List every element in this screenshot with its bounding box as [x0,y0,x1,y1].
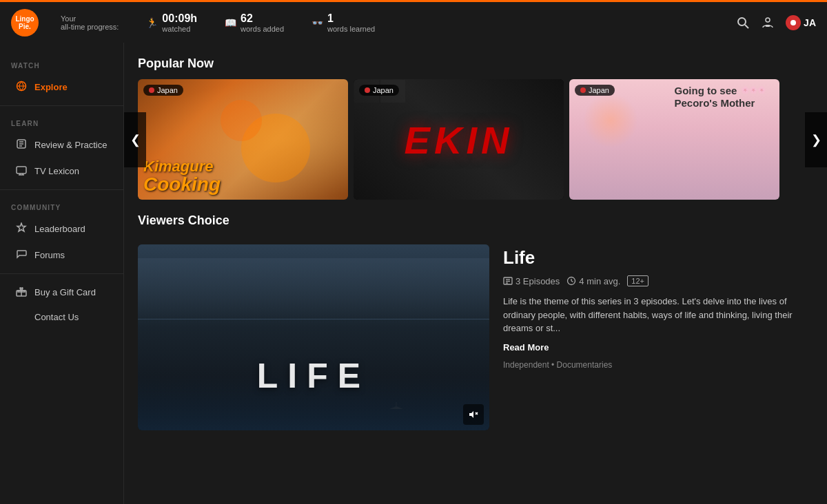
content-rating: 12+ [627,275,649,286]
sidebar-item-explore[interactable]: Explore [4,74,119,100]
svg-point-0 [738,18,746,25]
sidebar-item-leaderboard[interactable]: Leaderboard [4,216,119,242]
logo-mark[interactable]: Lingo Pie. [11,9,39,36]
show-card-pecoro[interactable]: 🌸🌸🌸 Japan Going to see Pecoro's Mother [569,79,779,200]
show-card-ekin[interactable]: EKIN Japan [354,79,564,200]
sidebar-item-label-leaderboard: Leaderboard [34,224,85,234]
life-description: Life is the theme of this series in 3 ep… [503,295,813,335]
svg-line-26 [571,281,573,282]
card-country-pecoro: Japan [589,86,609,94]
sidebar-section-community: COMMUNITY [0,196,123,216]
stat-words-learned: 👓 1 words learned [312,12,375,33]
sidebar-item-label-contact: Contact Us [34,312,79,322]
words-learned-label: words learned [327,25,375,33]
sidebar-item-buy-gift[interactable]: Buy a Gift Card [4,280,119,305]
user-initials: JA [804,17,816,28]
watch-label: watched [162,25,197,33]
read-more-button[interactable]: Read More [503,342,549,353]
card-badge-ekin: Japan [359,85,399,96]
life-title: Life [503,247,813,269]
sidebar-item-contact[interactable]: Contact Us [4,306,119,328]
card-title-kimagure-2: Cooking [143,175,343,194]
card-country-kimagure: Japan [157,86,178,94]
sidebar: WATCH Explore LEARN Review & Practice [0,43,124,504]
life-thumbnail[interactable]: LIFE [138,244,489,430]
carousel-track: Japan Kimagure Cooking EKIN [124,79,827,200]
topbar: Lingo Pie. Your all-time progress: 🏃 00:… [0,0,827,43]
main-content: Popular Now ❮ Japan Kimagure Co [124,43,827,504]
viewers-choice-title: Viewers Choice [138,213,813,236]
sidebar-item-label-buy-gift: Buy a Gift Card [34,287,96,297]
japan-dot-1 [149,87,154,93]
forums-icon [15,249,28,262]
settings-button[interactable] [761,16,775,30]
viewers-choice-grid: LIFE Life [138,244,813,430]
sidebar-item-label-review: Review & Practice [34,140,107,150]
sidebar-section-watch: WATCH [0,54,123,74]
words-learned-icon: 👓 [312,17,323,28]
japan-dot-2 [365,87,370,93]
episodes-meta: 3 Episodes [503,276,560,286]
sidebar-item-tv-lexicon[interactable]: TV Lexicon [4,158,119,184]
sidebar-item-label-explore: Explore [34,82,68,92]
duration-value: 4 min avg. [579,276,620,286]
sidebar-item-label-forums: Forums [34,250,65,260]
japan-dot-3 [580,87,586,93]
card-badge-pecoro: Japan [575,85,615,96]
duration-meta: 4 min avg. [566,276,620,286]
sidebar-item-review-practice[interactable]: Review & Practice [4,132,119,158]
sidebar-section-learn: LEARN [0,112,123,132]
boat-icon [386,401,407,411]
explore-icon [15,81,28,94]
svg-line-1 [745,25,748,28]
mute-button[interactable] [463,404,484,425]
flag-icon [786,15,801,30]
sidebar-item-forums[interactable]: Forums [4,242,119,268]
words-added-value: 62 [241,12,284,25]
life-tags: Independent • Documentaries [503,360,813,370]
show-card-kimagure[interactable]: Japan Kimagure Cooking [138,79,348,200]
card-title-kimagure-1: Kimagure [143,158,343,175]
card-badge-kimagure: Japan [143,85,183,96]
svg-rect-10 [17,167,26,174]
life-overlay-title: LIFE [138,356,489,396]
watch-icon: 🏃 [146,17,158,28]
user-badge[interactable]: JA [786,15,816,30]
viewers-choice-section: Viewers Choice LIFE [124,200,827,430]
svg-rect-3 [766,25,770,27]
progress-section: Your all-time progress: [61,14,119,31]
stat-watched: 🏃 00:09h watched [146,12,197,33]
review-icon [15,138,28,151]
popular-now-title: Popular Now [124,43,827,79]
progress-sublabel: all-time progress: [61,23,119,31]
card-country-ekin: Japan [373,86,394,94]
words-learned-value: 1 [327,12,375,25]
words-added-icon: 📖 [225,17,236,28]
tv-icon [15,165,28,178]
progress-label: Your [61,14,119,23]
carousel-prev-button[interactable]: ❮ [124,112,146,167]
stat-words-added: 📖 62 words added [225,12,284,33]
search-button[interactable] [736,16,750,30]
layout: WATCH Explore LEARN Review & Practice [0,43,827,504]
gift-icon [15,286,28,299]
card-title-pecoro: Going to see Pecoro's Mother [675,85,775,109]
popular-now-carousel: ❮ Japan Kimagure Cooking [124,79,827,200]
topbar-right: JA [736,15,816,30]
watch-value: 00:09h [162,12,197,25]
episodes-value: 3 Episodes [515,276,560,286]
leaderboard-icon [15,222,28,235]
carousel-next-button[interactable]: ❯ [805,112,827,167]
sidebar-item-label-tv-lexicon: TV Lexicon [34,166,79,176]
life-meta: 3 Episodes 4 min avg. 12+ [503,275,813,286]
svg-point-2 [766,18,770,22]
words-added-label: words added [241,25,284,33]
life-info-panel: Life 3 Episodes 4 min avg. 12+ Life is t… [503,244,813,430]
